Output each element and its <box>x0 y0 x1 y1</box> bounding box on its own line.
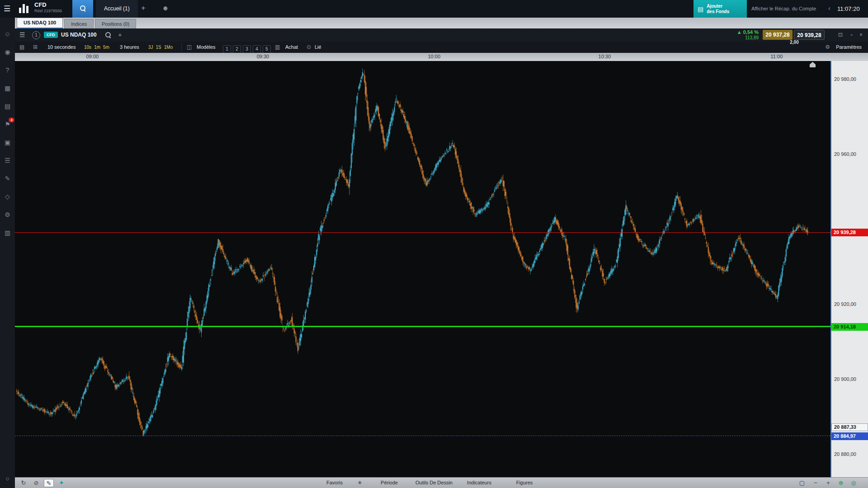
price-chart[interactable] <box>15 61 830 477</box>
eye-icon[interactable]: ⊙ <box>307 42 311 53</box>
sell-price-button[interactable]: 20 937,28 <box>763 30 793 40</box>
payments-icon[interactable]: ▤ <box>0 99 15 113</box>
analytics-icon[interactable]: ▦ <box>0 81 15 95</box>
app-logo <box>19 4 29 13</box>
model-slot-3[interactable]: 3 <box>243 45 251 53</box>
crosshair-icon[interactable]: ⊕ <box>836 479 845 487</box>
account-number: 21978566 <box>44 9 62 13</box>
model-slots: 12345 <box>222 43 272 51</box>
layout-grid-icon[interactable]: ⊞ <box>33 42 38 53</box>
format-tool[interactable]: ✦ <box>57 479 66 487</box>
range-1s[interactable]: 1S <box>156 42 161 53</box>
price-tick: 20 880,00 <box>834 451 856 457</box>
time-tick: 09:00 <box>86 54 99 59</box>
history-icon[interactable]: ▥ <box>0 226 15 239</box>
add-instrument-icon[interactable]: + <box>118 31 122 38</box>
period-1m[interactable]: 1m <box>94 42 100 53</box>
power-icon[interactable]: ○ <box>0 472 15 485</box>
models-label[interactable]: Modèles <box>197 42 216 53</box>
window-close-icon[interactable]: × <box>859 32 863 38</box>
range-label[interactable]: 3 heures <box>120 42 139 53</box>
top-bar: ☰ CFD Réel 21978566 Accueil (1) + ☻ ▤ Aj… <box>0 0 868 18</box>
menu-indicateurs[interactable]: Indicateurs <box>467 480 491 485</box>
eraser-tool[interactable]: ⊘ <box>31 479 41 487</box>
price-level-line[interactable] <box>15 232 830 233</box>
wallet-icon: ▤ <box>698 5 703 13</box>
instrument-name[interactable]: US NDAQ 100 <box>61 32 97 38</box>
target-icon[interactable]: ◎ <box>849 479 858 487</box>
window-expand-icon[interactable]: ⊡ <box>838 32 843 38</box>
model-slot-1[interactable]: 1 <box>223 45 231 53</box>
model-slot-4[interactable]: 4 <box>253 45 261 53</box>
market-type-badge: CFD <box>44 32 58 38</box>
triangle-up-icon: ▲ <box>737 29 742 35</box>
instrument-search-icon[interactable] <box>105 32 111 38</box>
model-slot-5[interactable]: 5 <box>263 45 271 53</box>
chart-menu-icon[interactable]: ☰ <box>19 31 25 38</box>
refresh-tool[interactable]: ↻ <box>19 479 28 487</box>
layout-page-icon[interactable]: ▤ <box>19 42 24 53</box>
settings-icon[interactable]: ⚙ <box>0 208 15 221</box>
settings-label[interactable]: Paramètres <box>836 42 862 53</box>
account-mode: Réel <box>34 9 43 13</box>
time-tick: 11:00 <box>771 54 783 59</box>
range-3j[interactable]: 3J <box>148 42 153 53</box>
range-1mo[interactable]: 1Mo <box>164 42 173 53</box>
model-slot-2[interactable]: 2 <box>233 45 241 53</box>
price-tick: 20 920,00 <box>834 301 856 307</box>
tab-accueil[interactable]: Accueil (1) <box>96 0 138 18</box>
account-icon[interactable]: ☺ <box>0 27 15 41</box>
price-tick: 20 900,00 <box>834 376 856 382</box>
zoom-in-icon[interactable]: + <box>824 479 833 487</box>
snapshot-icon[interactable]: ▢ <box>797 479 807 487</box>
add-workspace-button[interactable]: + <box>141 4 146 13</box>
time-tick: 10:30 <box>599 54 611 59</box>
chart-style-icon[interactable]: ▥ <box>275 42 280 53</box>
add-funds-button[interactable]: ▤ Ajouter des Fonds <box>693 0 747 18</box>
workspace-tab-us-ndaq-100[interactable]: US NDAQ 100 <box>17 18 63 28</box>
help-icon[interactable]: ? <box>0 63 15 77</box>
main-menu-icon[interactable]: ☰ <box>4 4 10 14</box>
profile-icon[interactable]: ☻ <box>162 4 169 12</box>
favorites-star-icon[interactable]: ★ <box>358 479 363 486</box>
menu-figures[interactable]: Figures <box>516 480 533 485</box>
alerts-icon[interactable]: ⚑3 <box>0 117 15 131</box>
price-axis[interactable]: 20 980,0020 960,0020 920,0020 900,0020 8… <box>830 61 868 477</box>
zoom-out-icon[interactable]: − <box>811 479 820 487</box>
price-level-line[interactable] <box>15 436 830 436</box>
time-tick: 10:00 <box>428 54 440 59</box>
pencil-tool[interactable]: ✎ <box>44 479 54 487</box>
price-level-line[interactable] <box>15 326 830 327</box>
quick-ranges: 3J1S1Mo <box>147 42 174 53</box>
linked-label[interactable]: Lié <box>315 42 321 53</box>
account-summary-link[interactable]: Afficher le Récap. du Compte <box>751 6 816 11</box>
watchlist-icon[interactable]: ☰ <box>0 154 15 167</box>
change-absolute: 113,89 <box>737 35 759 41</box>
add-funds-line2: des Fonds <box>707 9 729 14</box>
drawing-icon[interactable]: ✎ <box>0 172 15 185</box>
buy-price-button[interactable]: 20 939,28 <box>794 30 825 40</box>
buy-mode-label[interactable]: Achat <box>285 42 298 53</box>
community-icon[interactable]: ◉ <box>0 45 15 59</box>
workspace-tab-positions-0-[interactable]: Positions (0) <box>95 19 136 28</box>
period-5m[interactable]: 5m <box>103 42 109 53</box>
menu-favoris[interactable]: Favoris <box>326 480 343 485</box>
menu-outils-de-dessin[interactable]: Outils De Dessin <box>415 480 453 485</box>
candle-type-icon[interactable]: ◫ <box>187 42 192 53</box>
workspace-tab-indices[interactable]: Indices <box>64 19 94 28</box>
period-label[interactable]: 10 secondes <box>47 42 75 53</box>
account-info[interactable]: CFD Réel 21978566 <box>34 2 62 13</box>
trading-app: ☰ CFD Réel 21978566 Accueil (1) + ☻ ▤ Aj… <box>0 0 868 488</box>
search-button[interactable] <box>72 0 93 18</box>
products-icon[interactable]: ▣ <box>0 136 15 149</box>
period-10s[interactable]: 10s <box>84 42 91 53</box>
time-axis[interactable]: 09:0009:3010:0010:3011:00 <box>15 53 868 61</box>
settings-gear-icon[interactable]: ⚙ <box>825 42 830 53</box>
education-icon[interactable]: ◇ <box>0 190 15 203</box>
price-marker-level-green: 20 914,18 <box>831 323 868 331</box>
time-tick: 09:30 <box>257 54 269 59</box>
collapse-chevron-icon[interactable]: ‹ <box>828 4 830 12</box>
add-funds-line1: Ajouter <box>707 4 722 9</box>
menu-p-riode[interactable]: Période <box>381 480 398 485</box>
window-minimize-icon[interactable]: ▫ <box>851 32 853 38</box>
